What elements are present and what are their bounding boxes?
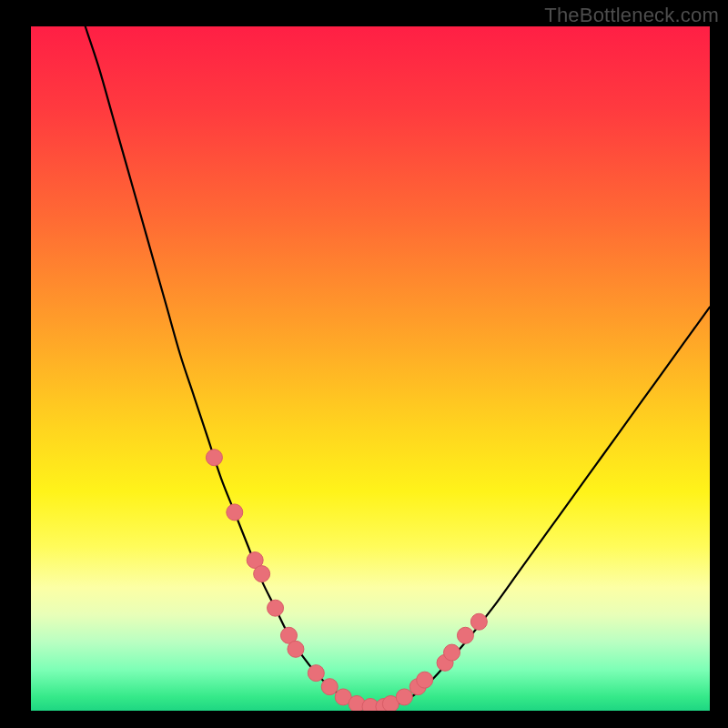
data-point-marker xyxy=(288,641,304,657)
data-point-marker xyxy=(417,672,433,688)
data-point-marker xyxy=(206,450,222,466)
data-point-marker xyxy=(444,644,460,661)
data-point-marker xyxy=(254,566,270,582)
data-point-marker xyxy=(457,627,473,643)
chart-svg xyxy=(31,26,710,711)
bottleneck-curve xyxy=(86,26,710,707)
data-point-marker xyxy=(308,665,324,682)
chart-plot-area xyxy=(31,26,710,711)
watermark-text: TheBottleneck.com xyxy=(544,4,719,27)
data-point-marker xyxy=(227,504,243,521)
data-point-marker xyxy=(268,600,284,616)
data-point-marker xyxy=(396,689,412,705)
chart-frame: TheBottleneck.com xyxy=(0,0,728,728)
marker-group xyxy=(206,450,487,711)
data-point-marker xyxy=(321,679,338,695)
data-point-marker xyxy=(470,613,487,630)
